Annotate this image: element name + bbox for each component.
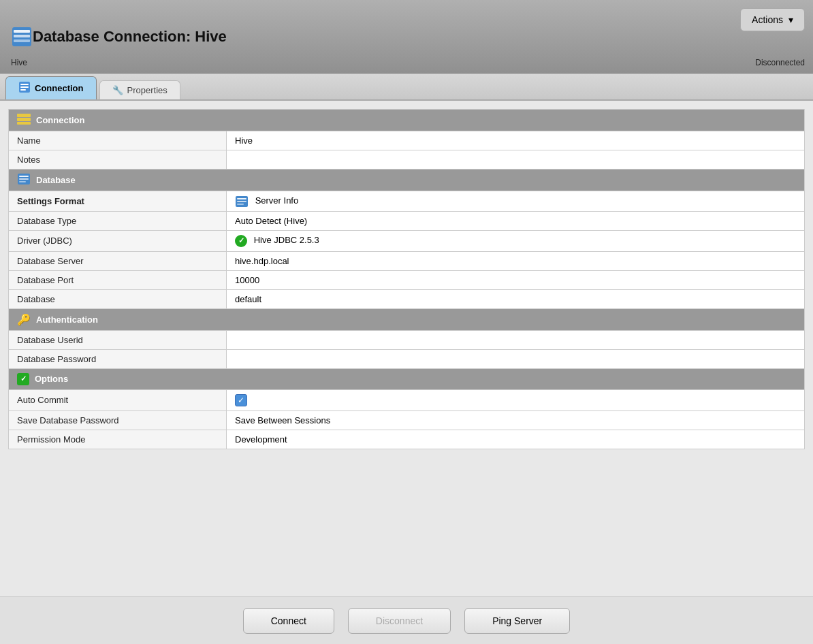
field-permission-value: Development <box>227 430 805 449</box>
chevron-down-icon: ▾ <box>788 14 793 25</box>
field-database-type-value: Auto Detect (Hive) <box>227 211 805 230</box>
key-icon: 🔑 <box>17 313 31 326</box>
server-info-icon <box>235 195 255 206</box>
field-database-password: Database Password <box>9 349 805 368</box>
field-db-server-label: Database Server <box>9 251 227 270</box>
field-database: Database default <box>9 289 805 308</box>
field-save-password: Save Database Password Save Between Sess… <box>9 410 805 430</box>
db-icon <box>11 26 33 48</box>
main-content: Connection Name Hive Notes <box>0 101 813 596</box>
connect-button[interactable]: Connect <box>243 608 334 634</box>
svg-rect-7 <box>20 89 26 91</box>
connection-section-icon <box>17 114 31 127</box>
footer: Connect Disconnect Ping Server <box>0 596 813 644</box>
svg-rect-6 <box>20 86 29 88</box>
actions-button[interactable]: Actions ▾ <box>740 8 805 31</box>
field-settings-format: Settings Format Server Info <box>9 191 805 212</box>
form-table: Connection Name Hive Notes <box>8 109 805 449</box>
authentication-section-label: Authentication <box>36 315 98 325</box>
tab-properties[interactable]: 🔧 Properties <box>99 80 180 99</box>
section-options-header: ✓ Options <box>9 368 805 389</box>
svg-rect-8 <box>17 114 31 117</box>
field-notes-label: Notes <box>9 150 227 170</box>
field-save-password-value: Save Between Sessions <box>227 410 805 430</box>
field-database-userid: Database Userid <box>9 330 805 349</box>
field-driver-jdbc: Driver (JDBC) ✓ Hive JDBC 2.5.3 <box>9 230 805 251</box>
field-driver-text: Hive JDBC 2.5.3 <box>254 235 319 245</box>
connection-tab-icon <box>18 81 31 95</box>
field-database-type-label: Database Type <box>9 211 227 230</box>
field-autocommit-label: Auto Commit <box>9 389 227 410</box>
database-section-icon <box>17 174 31 187</box>
field-database-type: Database Type Auto Detect (Hive) <box>9 211 805 230</box>
field-auto-commit: Auto Commit ✓ <box>9 389 805 410</box>
field-notes: Notes <box>9 150 805 170</box>
field-database-server: Database Server hive.hdp.local <box>9 251 805 270</box>
driver-check-icon: ✓ <box>235 235 247 247</box>
field-driver-value: ✓ Hive JDBC 2.5.3 <box>227 230 805 251</box>
field-name: Name Hive <box>9 131 805 150</box>
field-database-value: default <box>227 289 805 308</box>
field-db-server-value: hive.hdp.local <box>227 251 805 270</box>
field-permission-label: Permission Mode <box>9 430 227 449</box>
ping-server-label: Ping Server <box>492 615 542 626</box>
field-userid-label: Database Userid <box>9 330 227 349</box>
field-userid-value <box>227 330 805 349</box>
svg-rect-1 <box>14 30 30 33</box>
auto-commit-checkbox[interactable]: ✓ <box>235 394 247 406</box>
svg-rect-2 <box>14 35 30 37</box>
svg-rect-12 <box>19 176 29 177</box>
field-password-label: Database Password <box>9 349 227 368</box>
svg-rect-3 <box>14 39 30 42</box>
database-section-label: Database <box>36 175 76 185</box>
field-db-port-value: 10000 <box>227 270 805 289</box>
connect-label: Connect <box>271 615 306 626</box>
header: Database Connection: Hive Actions ▾ Hive… <box>0 0 813 74</box>
disconnect-button[interactable]: Disconnect <box>348 608 451 634</box>
tab-connection-label: Connection <box>35 83 84 93</box>
section-authentication-header: 🔑 Authentication <box>9 308 805 330</box>
svg-rect-16 <box>237 198 246 199</box>
field-name-value: Hive <box>227 131 805 150</box>
field-database-label: Database <box>9 289 227 308</box>
ping-server-button[interactable]: Ping Server <box>464 608 570 634</box>
svg-rect-5 <box>20 84 29 85</box>
status-badge: Disconnected <box>755 58 805 67</box>
svg-rect-13 <box>19 178 29 180</box>
field-notes-value <box>227 150 805 170</box>
field-settings-format-value: Server Info <box>227 191 805 212</box>
field-password-value <box>227 349 805 368</box>
field-database-port: Database Port 10000 <box>9 270 805 289</box>
field-settings-format-label: Settings Format <box>9 191 227 212</box>
field-db-port-label: Database Port <box>9 270 227 289</box>
field-permission-mode: Permission Mode Development <box>9 430 805 449</box>
options-section-label: Options <box>35 374 68 384</box>
field-autocommit-value: ✓ <box>227 389 805 410</box>
tab-properties-label: Properties <box>127 85 168 95</box>
section-database-header: Database <box>9 170 805 191</box>
tab-connection[interactable]: Connection <box>5 76 97 99</box>
section-connection-header: Connection <box>9 110 805 131</box>
disconnect-label: Disconnect <box>376 615 423 626</box>
svg-rect-18 <box>237 204 244 205</box>
field-driver-label: Driver (JDBC) <box>9 230 227 251</box>
svg-rect-9 <box>17 118 31 121</box>
options-check-icon: ✓ <box>17 373 29 385</box>
field-settings-format-text: Server Info <box>255 195 299 206</box>
svg-rect-14 <box>19 181 26 182</box>
field-name-label: Name <box>9 131 227 150</box>
connection-section-label: Connection <box>36 115 85 125</box>
actions-label: Actions <box>752 14 783 25</box>
svg-rect-10 <box>17 122 31 125</box>
field-save-password-label: Save Database Password <box>9 410 227 430</box>
svg-rect-17 <box>237 201 246 202</box>
page-title: Database Connection: Hive <box>33 28 802 46</box>
tab-bar: Connection 🔧 Properties <box>0 74 813 101</box>
breadcrumb: Hive <box>11 58 27 67</box>
properties-tab-icon: 🔧 <box>112 85 123 95</box>
